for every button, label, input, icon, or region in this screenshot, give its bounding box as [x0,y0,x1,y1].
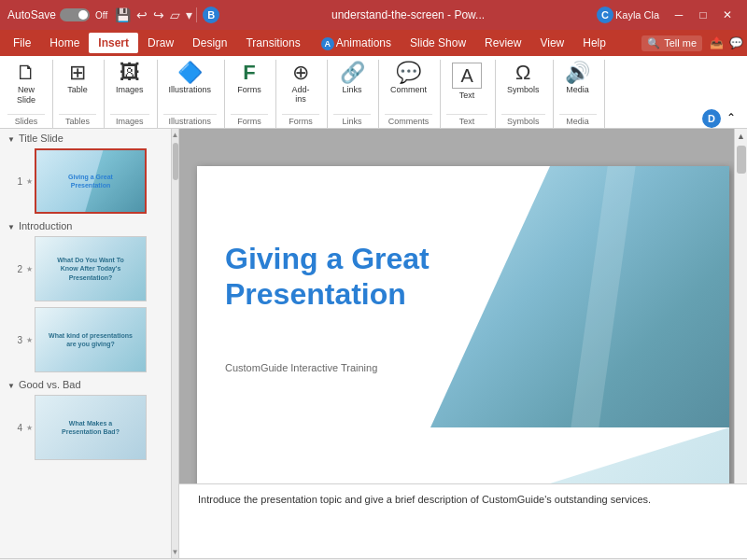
customize-icon[interactable]: ▾ [186,7,192,22]
badge-a: A [321,37,334,50]
symbols-icon: Ω [515,63,530,83]
undo-icon[interactable]: ↩ [136,7,148,22]
links-button[interactable]: 🔗 Links [333,60,371,112]
slide-num-4: 4 [7,423,22,433]
panel-scroll-up[interactable]: ▲ [170,129,178,141]
section-good-vs-bad: ▼Good vs. Bad [0,375,171,392]
menu-file[interactable]: File [4,33,40,53]
autosave-toggle[interactable] [60,8,90,21]
illustrations-icon: 🔷 [177,63,203,83]
images-icon: 🖼 [120,63,140,83]
user-name: Kayla Cla [615,9,659,21]
illustrations-button[interactable]: 🔷 Illustrations [163,60,218,112]
slide-thumb-3: What kind of presentationsare you giving… [35,308,146,371]
slide-num-2: 2 [7,264,22,274]
slide-subtitle: CustomGuide Interactive Training [225,362,486,373]
search-area[interactable]: 🔍 Tell me [641,35,702,51]
media-group-label: Media [559,114,597,126]
section-triangle-2: ▼ [7,223,15,231]
slide-star-2: ★ [26,265,33,273]
autosave-label: AutoSave [7,8,56,21]
section-title-slide: ▼Title Slide [0,129,171,146]
slide-thumb-1: Giving a GreatPresentation [36,150,145,212]
forms-button[interactable]: F Forms [231,60,268,112]
slide-thumb-text-1: Giving a GreatPresentation [68,173,113,189]
menu-help[interactable]: Help [573,33,615,53]
menu-slideshow[interactable]: Slide Show [401,33,475,53]
ribbon-group-illustrations: 🔷 Illustrations Illustrations [160,60,226,128]
menu-design[interactable]: Design [183,33,236,53]
main-area: Giving a Great Presentation CustomGuide … [179,129,747,558]
restore-button[interactable]: □ [691,5,715,25]
slide-thumb-text-2: What Do You Want ToKnow After Today'sPre… [57,256,124,281]
scroll-up-arrow[interactable]: ▲ [734,129,747,144]
table-button[interactable]: ⊞ Table [59,60,96,112]
media-button[interactable]: 🔊 Media [559,60,597,112]
illustrations-label: Illustrations [169,85,212,94]
new-slide-button[interactable]: 🗋 NewSlide [7,60,45,112]
ribbon-group-comments: 💬 Comment Comments [381,60,441,128]
symbols-button[interactable]: Ω Symbols [501,60,545,112]
forms-label: Forms [237,85,261,94]
text-button[interactable]: A Text [446,60,487,112]
redo-icon[interactable]: ↪ [153,7,164,22]
slide-thumb-4: What Makes aPresentation Bad? [35,396,146,459]
panel-scroll-thumb[interactable] [173,143,178,180]
title-bar-icons: 💾 ↩ ↪ ▱ ▾ [115,7,192,22]
slide-item-4[interactable]: 4 ★ What Makes aPresentation Bad? [0,392,171,463]
addins-icon: ⊕ [292,63,309,83]
title-bar: AutoSave Off 💾 ↩ ↪ ▱ ▾ B understand-the-… [0,0,747,30]
search-label: Tell me [664,37,697,49]
ribbon-group-slides: 🗋 NewSlide Slides [4,60,53,128]
close-button[interactable]: ✕ [715,5,740,25]
slide-list: ▼Title Slide 1 ★ Giving a GreatPresentat… [0,129,171,558]
ribbon-group-tables: ⊞ Table Tables [55,60,105,128]
menu-home[interactable]: Home [40,33,89,53]
symbols-group-label: Symbols [501,114,545,126]
slide-thumb-text-4: What Makes aPresentation Bad? [62,419,120,436]
menu-bar: File Home Insert Draw Design Transitions… [0,30,747,56]
menu-draw[interactable]: Draw [138,33,183,53]
addins-button[interactable]: ⊕ Add-ins [282,60,319,112]
addins-group-label: Forms [282,114,319,126]
ribbon-group-images: 🖼 Images Images [106,60,158,128]
share-icon[interactable]: 📤 [710,36,724,49]
menu-review[interactable]: Review [475,33,530,53]
images-button[interactable]: 🖼 Images [110,60,149,112]
search-icon: 🔍 [647,37,660,49]
tables-group-label: Tables [59,114,96,126]
section-triangle-1: ▼ [7,135,15,144]
symbols-label: Symbols [507,85,540,94]
doc-title: understand-the-screen - Pow... [221,8,595,21]
menu-transitions[interactable]: Transitions [236,33,309,53]
slide-title: Giving a Great Presentation [225,241,486,313]
ribbon-group-text: A Text Text [443,60,496,128]
slide-item-2[interactable]: 2 ★ What Do You Want ToKnow After Today'… [0,233,171,304]
slide-item-1[interactable]: 1 ★ Giving a GreatPresentation [0,146,171,217]
panel-scroll-down[interactable]: ▼ [170,546,178,558]
slide-thumb-2: What Do You Want ToKnow After Today'sPre… [35,237,146,301]
slide-canvas[interactable]: Giving a Great Presentation CustomGuide … [197,166,729,521]
minimize-button[interactable]: ─ [667,5,691,25]
comment-header-icon[interactable]: 💬 [729,36,743,49]
ribbon-collapse-icon[interactable]: ⌃ [723,107,740,128]
menu-view[interactable]: View [530,33,573,53]
slide-notes[interactable]: Introduce the presentation topic and giv… [179,483,747,558]
comment-button[interactable]: 💬 Comment [385,60,432,112]
ribbon-group-media: 🔊 Media Media [556,60,605,128]
save-icon[interactable]: 💾 [115,7,131,22]
comment-label: Comment [390,85,427,94]
menu-animations[interactable]: AAnimations [310,33,401,54]
present-icon[interactable]: ▱ [170,7,180,22]
autosave-off-label: Off [95,10,107,21]
badge-b: B [203,7,219,23]
slide-num-3: 3 [7,335,22,345]
new-slide-icon: 🗋 [16,63,36,83]
slide-item-3[interactable]: 3 ★ What kind of presentationsare you gi… [0,304,171,375]
table-label: Table [67,85,88,94]
scroll-thumb[interactable] [737,146,746,174]
images-label: Images [116,85,144,94]
badge-c: C [597,7,613,23]
media-label: Media [566,85,589,94]
menu-insert[interactable]: Insert [89,33,138,53]
